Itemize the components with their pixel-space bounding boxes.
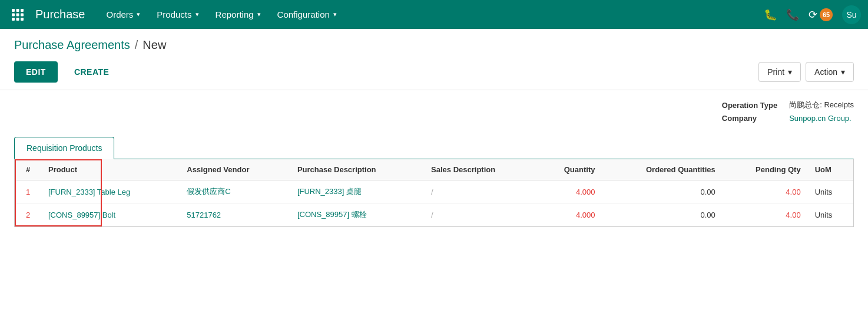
table-row: 1 [FURN_2333] Table Leg 假发供应商C [FURN_233… — [15, 180, 853, 203]
operation-type-label: Operation Type — [722, 101, 777, 110]
col-header-ordered-qty: Ordered Quantities — [602, 159, 722, 180]
row2-num: 2 — [15, 203, 41, 226]
nav-configuration[interactable]: Configuration — [270, 6, 344, 23]
row1-pending-qty: 4.00 — [723, 180, 808, 203]
edit-button[interactable]: EDIT — [14, 61, 58, 83]
action-label: Action — [814, 67, 837, 77]
company-label: Company — [722, 114, 777, 123]
nav-icons-area: 🐛 📞 ⟳ 65 Su — [764, 5, 861, 24]
operation-type-value: 尚鹏总仓: Receipts — [789, 100, 854, 110]
col-header-sales-desc: Sales Description — [424, 159, 537, 180]
print-button[interactable]: Print ▾ — [758, 62, 801, 82]
svg-rect-6 — [12, 18, 15, 21]
row1-sales-desc: / — [424, 180, 537, 203]
row2-ordered-qty: 0.00 — [602, 203, 722, 226]
row1-product[interactable]: [FURN_2333] Table Leg — [41, 180, 180, 203]
breadcrumb-current: New — [143, 38, 166, 52]
row1-num: 1 — [15, 180, 41, 203]
info-panel: Operation Type 尚鹏总仓: Receipts Company Su… — [14, 90, 854, 132]
breadcrumb: Purchase Agreements / New — [0, 29, 868, 57]
highlighted-rows: # Product Assigned Vendor Purchase Descr… — [15, 159, 853, 226]
print-chevron-icon: ▾ — [788, 67, 792, 77]
tab-requisition-products[interactable]: Requisition Products — [14, 137, 114, 159]
row1-purchase-desc[interactable]: [FURN_2333] 桌腿 — [290, 180, 424, 203]
toolbar: EDIT CREATE Print ▾ Action ▾ — [0, 57, 868, 90]
svg-rect-2 — [21, 9, 24, 12]
grid-icon[interactable] — [7, 4, 28, 25]
col-header-num: # — [15, 159, 41, 180]
breadcrumb-separator: / — [135, 38, 138, 52]
row2-sales-desc: / — [424, 203, 537, 226]
svg-rect-7 — [16, 18, 19, 21]
svg-rect-3 — [12, 13, 15, 16]
bug-icon[interactable]: 🐛 — [764, 8, 777, 21]
table-row: 2 [CONS_89957] Bolt 51721762 [CONS_89957… — [15, 203, 853, 226]
table-header-row: # Product Assigned Vendor Purchase Descr… — [15, 159, 853, 180]
row1-quantity: 4.000 — [537, 180, 602, 203]
svg-rect-0 — [12, 9, 15, 12]
col-header-quantity: Quantity — [537, 159, 602, 180]
tab-bar: Requisition Products — [14, 137, 854, 159]
app-name: Purchase — [35, 8, 85, 21]
action-chevron-icon: ▾ — [841, 67, 845, 77]
row2-pending-qty: 4.00 — [723, 203, 808, 226]
company-value[interactable]: Sunpop.cn Group. — [789, 114, 854, 123]
row2-product[interactable]: [CONS_89957] Bolt — [41, 203, 180, 226]
row1-ordered-qty: 0.00 — [602, 180, 722, 203]
row2-uom: Units — [808, 203, 853, 226]
requisition-table: # Product Assigned Vendor Purchase Descr… — [15, 159, 853, 226]
nav-reporting[interactable]: Reporting — [208, 6, 268, 23]
top-navigation: Purchase Orders Products Reporting Confi… — [0, 0, 868, 29]
create-button[interactable]: CREATE — [62, 61, 121, 83]
info-table: Operation Type 尚鹏总仓: Receipts Company Su… — [722, 100, 854, 123]
col-header-pending-qty: Pending Qty — [723, 159, 808, 180]
notification-count[interactable]: 65 — [820, 8, 833, 21]
row2-quantity: 4.000 — [537, 203, 602, 226]
tab-container: Requisition Products # Product Assigned … — [14, 137, 854, 227]
content-area: Operation Type 尚鹏总仓: Receipts Company Su… — [0, 90, 868, 227]
notification-badge-wrap[interactable]: ⟳ 65 — [809, 8, 833, 21]
action-button[interactable]: Action ▾ — [806, 62, 854, 82]
col-header-purchase-desc: Purchase Description — [290, 159, 424, 180]
col-header-product: Product — [41, 159, 180, 180]
phone-icon[interactable]: 📞 — [786, 8, 799, 21]
data-table-wrap: # Product Assigned Vendor Purchase Descr… — [14, 159, 854, 227]
svg-rect-8 — [21, 18, 24, 21]
nav-orders[interactable]: Orders — [100, 6, 148, 23]
svg-rect-5 — [21, 13, 24, 16]
user-icon[interactable]: Su — [842, 5, 861, 24]
svg-rect-4 — [16, 13, 19, 16]
row2-purchase-desc[interactable]: [CONS_89957] 螺栓 — [290, 203, 424, 226]
nav-products[interactable]: Products — [150, 6, 206, 23]
breadcrumb-parent-link[interactable]: Purchase Agreements — [14, 38, 130, 52]
svg-rect-1 — [16, 9, 19, 12]
col-header-uom: UoM — [808, 159, 853, 180]
col-header-vendor: Assigned Vendor — [180, 159, 290, 180]
row1-vendor[interactable]: 假发供应商C — [180, 180, 290, 203]
row2-vendor[interactable]: 51721762 — [180, 203, 290, 226]
print-label: Print — [767, 67, 784, 77]
row1-uom: Units — [808, 180, 853, 203]
